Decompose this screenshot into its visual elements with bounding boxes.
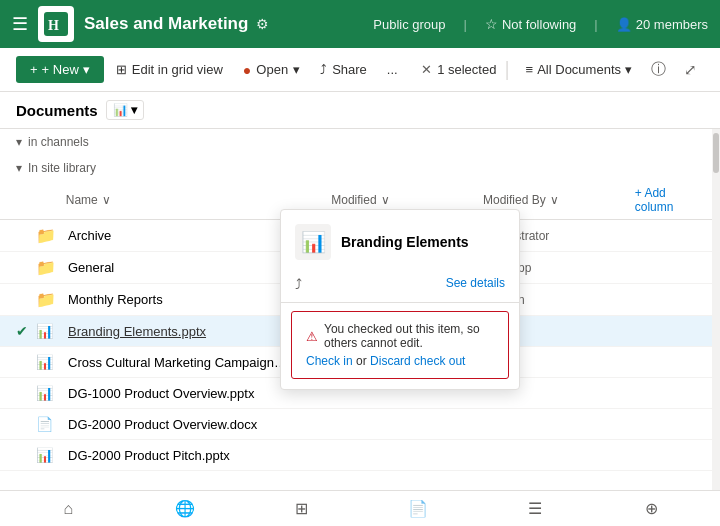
share-button[interactable]: ⤴ Share: [312, 57, 375, 82]
view-toggle-button[interactable]: 📊 ▾: [106, 100, 144, 120]
new-label: + New: [42, 62, 79, 77]
scroll-track[interactable]: [712, 129, 720, 490]
bottom-nav-plus[interactable]: ⊕: [593, 493, 710, 524]
home-icon: ⌂: [64, 500, 74, 518]
modified-header-label: Modified: [331, 193, 376, 207]
popup-card: 📊 Branding Elements ⤴ See details ⚠ You …: [280, 209, 520, 390]
view-chevron: ▾: [131, 103, 137, 117]
warning-text: You checked out this item, so others can…: [324, 322, 494, 350]
members-item[interactable]: 👤 20 members: [616, 17, 708, 32]
popup-pptx-icon: 📊: [301, 230, 326, 254]
all-docs-button[interactable]: ≡ All Documents ▾: [518, 57, 640, 82]
site-title: Sales and Marketing: [84, 14, 248, 34]
popup-see-details: ⤴ See details: [281, 270, 519, 302]
warning-row: ⚠ You checked out this item, so others c…: [306, 322, 494, 350]
new-button[interactable]: + + New ▾: [16, 56, 104, 83]
bottom-nav-file[interactable]: 📄: [360, 493, 477, 524]
pptx-icon-dg1000: 📊: [36, 384, 60, 402]
modified-by-header-label: Modified By: [483, 193, 546, 207]
open-chevron-icon: ▾: [293, 62, 300, 77]
members-label: 20 members: [636, 17, 708, 32]
in-channels-chevron: ▾: [16, 135, 22, 149]
not-following-label: Not following: [502, 17, 576, 32]
open-button[interactable]: ● Open ▾: [235, 57, 308, 83]
folder-icon-general: 📁: [36, 258, 60, 277]
scroll-thumb[interactable]: [713, 133, 719, 173]
nav-separator: |: [464, 17, 467, 32]
settings-icon[interactable]: ⚙: [256, 16, 269, 32]
file-name-dg2000-pptx: DG-2000 Product Pitch.pptx: [68, 448, 288, 463]
checked-out-icon: ✔: [16, 323, 28, 339]
in-site-library-section[interactable]: ▾ In site library: [0, 155, 720, 181]
app-icon: H: [38, 6, 74, 42]
bottom-nav-menu[interactable]: ☰: [477, 493, 594, 524]
svg-text:H: H: [48, 18, 59, 33]
file-name-archive: Archive: [68, 228, 288, 243]
file-name-dg1000: DG-1000 Product Overview.pptx: [68, 386, 288, 401]
bottom-nav-home[interactable]: ⌂: [10, 494, 127, 524]
file-list-container: ▾ in channels ▾ In site library Name ∨ M…: [0, 129, 720, 490]
edit-grid-button[interactable]: ⊞ Edit in grid view: [108, 57, 231, 82]
share-label: Share: [332, 62, 367, 77]
public-group-item[interactable]: Public group: [373, 17, 445, 32]
file-icon: 📄: [408, 499, 428, 518]
selected-badge: ✕ 1 selected: [421, 62, 496, 77]
expand-button[interactable]: ⤢: [677, 56, 704, 84]
in-site-library-label: In site library: [28, 161, 96, 175]
in-channels-label: in channels: [28, 135, 89, 149]
documents-header: Documents 📊 ▾: [0, 92, 720, 129]
file-name-dg2000-docx: DG-2000 Product Overview.docx: [68, 417, 288, 432]
discard-checkout-link[interactable]: Discard check out: [370, 354, 465, 368]
or-text: or: [356, 354, 370, 368]
see-details-link[interactable]: See details: [446, 276, 505, 292]
add-column-button[interactable]: + Add column: [635, 186, 704, 214]
nav-items: Public group | ☆ Not following | 👤 20 me…: [373, 16, 708, 32]
warning-icon: ⚠: [306, 329, 318, 344]
pptx-icon-dg2000: 📊: [36, 446, 60, 464]
file-name-branding[interactable]: Branding Elements.pptx: [68, 324, 288, 339]
folder-icon-monthly: 📁: [36, 290, 60, 309]
bottom-nav-globe[interactable]: 🌐: [127, 493, 244, 524]
new-chevron-icon: ▾: [83, 62, 90, 77]
name-sort-icon: ∨: [102, 193, 111, 207]
name-header-label: Name: [66, 193, 98, 207]
edit-grid-label: Edit in grid view: [132, 62, 223, 77]
popup-file-icon: 📊: [295, 224, 331, 260]
not-following-item[interactable]: ☆ Not following: [485, 16, 576, 32]
table-row[interactable]: 📄 DG-2000 Product Overview.docx: [0, 409, 720, 440]
in-channels-section[interactable]: ▾ in channels: [0, 129, 720, 155]
file-name-general: General: [68, 260, 288, 275]
open-ppt-icon: ●: [243, 62, 251, 78]
expand-icon: ⤢: [684, 61, 697, 78]
open-label: Open: [256, 62, 288, 77]
star-icon: ☆: [485, 16, 498, 32]
toolbar: + + New ▾ ⊞ Edit in grid view ● Open ▾ ⤴…: [0, 48, 720, 92]
more-dots-icon: ...: [387, 62, 398, 77]
menu-icon: ☰: [528, 499, 542, 518]
pptx-icon-branding: 📊: [36, 322, 60, 340]
check-in-link[interactable]: Check in: [306, 354, 353, 368]
members-icon: 👤: [616, 17, 632, 32]
hamburger-menu[interactable]: ☰: [12, 13, 28, 35]
all-docs-label: All Documents: [537, 62, 621, 77]
more-button[interactable]: ...: [379, 57, 406, 82]
popup-title: Branding Elements: [341, 234, 469, 250]
info-button[interactable]: ⓘ: [644, 55, 673, 84]
info-icon: ⓘ: [651, 60, 666, 77]
file-name-monthly: Monthly Reports: [68, 292, 288, 307]
row-checkbox-branding[interactable]: ✔: [16, 323, 36, 339]
plus-circle-icon: ⊕: [645, 499, 658, 518]
deselect-icon[interactable]: ✕: [421, 62, 432, 77]
modified-by-sort-icon: ∨: [550, 193, 559, 207]
table-row[interactable]: 📊 DG-2000 Product Pitch.pptx: [0, 440, 720, 471]
add-column-label: + Add column: [635, 186, 704, 214]
modified-sort-icon: ∨: [381, 193, 390, 207]
toolbar-separator: |: [504, 58, 509, 81]
checkout-actions: Check in or Discard check out: [306, 354, 494, 368]
grid-icon: ⊞: [116, 62, 127, 77]
in-site-library-chevron: ▾: [16, 161, 22, 175]
top-bar: ☰ H Sales and Marketing ⚙ Public group |…: [0, 0, 720, 48]
nav-separator-2: |: [594, 17, 597, 32]
documents-title: Documents: [16, 102, 98, 119]
bottom-nav-grid[interactable]: ⊞: [243, 493, 360, 524]
